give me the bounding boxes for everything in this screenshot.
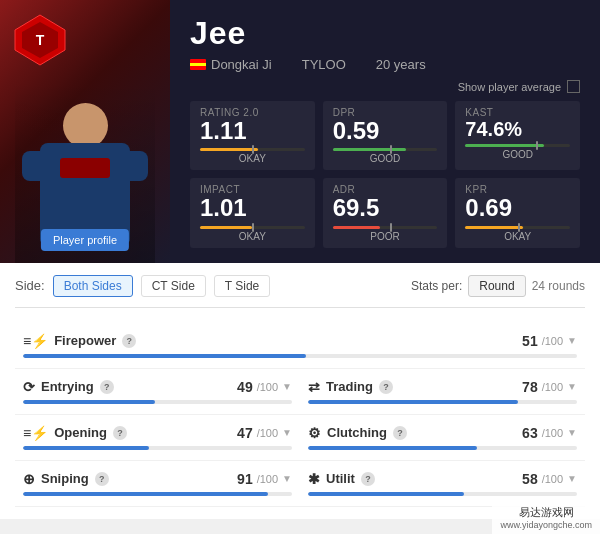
- trading-help-icon[interactable]: ?: [379, 380, 393, 394]
- clutching-bar: [308, 446, 577, 450]
- entrying-label: Entrying: [41, 379, 94, 394]
- stats-per: Stats per: Round 24 rounds: [411, 275, 585, 297]
- team-logo: T: [10, 10, 70, 70]
- stat-row-firepower: ≡⚡ Firepower ? 51 /100 ▼: [15, 323, 585, 369]
- sniping-score: 91: [237, 471, 253, 487]
- stat-dpr: DPR 0.59 GOOD: [323, 101, 448, 170]
- player-team: TYLOO: [302, 57, 346, 72]
- dpr-value: 0.59: [333, 118, 438, 144]
- stat-rating: RATING 2.0 1.11 OKAY: [190, 101, 315, 170]
- clutching-help-icon[interactable]: ?: [393, 426, 407, 440]
- player-age: 20 years: [376, 57, 426, 72]
- opening-bar: [23, 446, 292, 450]
- trading-score: 78: [522, 379, 538, 395]
- dpr-text: GOOD: [333, 153, 438, 164]
- show-average-label: Show player average: [458, 81, 561, 93]
- dpr-bar: [333, 148, 406, 151]
- impact-bar: [200, 226, 252, 229]
- clutching-score: 63: [522, 425, 538, 441]
- player-real-name: Dongkai Ji: [190, 57, 272, 72]
- kpr-text: OKAY: [465, 231, 570, 242]
- sniping-label: Sniping: [41, 471, 89, 486]
- show-average: Show player average: [190, 80, 580, 93]
- side-filters: Side: Both Sides CT Side T Side: [15, 275, 270, 297]
- entrying-bar: [23, 400, 292, 404]
- utility-icon: ✱: [308, 471, 320, 487]
- impact-text: OKAY: [200, 231, 305, 242]
- clutching-icon: ⚙: [308, 425, 321, 441]
- sniping-bar: [23, 492, 292, 496]
- filter-ct-side[interactable]: CT Side: [141, 275, 206, 297]
- trading-chevron[interactable]: ▼: [567, 381, 577, 392]
- firepower-help-icon[interactable]: ?: [122, 334, 136, 348]
- stat-row-sniping: ⊕ Sniping ? 91 /100 ▼: [15, 461, 300, 507]
- utility-label: Utilit: [326, 471, 355, 486]
- player-meta: Dongkai Ji TYLOO 20 years: [190, 57, 580, 72]
- utility-help-icon[interactable]: ?: [361, 472, 375, 486]
- sniping-help-icon[interactable]: ?: [95, 472, 109, 486]
- filter-both-sides[interactable]: Both Sides: [53, 275, 133, 297]
- stats-per-round-btn[interactable]: Round: [468, 275, 525, 297]
- firepower-icon: ≡⚡: [23, 333, 48, 349]
- player-card: T Player profile Jee Dongkai Ji TYLOO 20: [0, 0, 600, 263]
- clutching-chevron[interactable]: ▼: [567, 427, 577, 438]
- player-info: Jee Dongkai Ji TYLOO 20 years Show playe…: [170, 0, 600, 263]
- impact-value: 1.01: [200, 195, 305, 221]
- dpr-marker: [390, 145, 392, 154]
- sniping-chevron[interactable]: ▼: [282, 473, 292, 484]
- adr-text: POOR: [333, 231, 438, 242]
- stat-row-opening: ≡⚡ Opening ? 47 /100 ▼: [15, 415, 300, 461]
- adr-value: 69.5: [333, 195, 438, 221]
- opening-help-icon[interactable]: ?: [113, 426, 127, 440]
- stats-section: ≡⚡ Firepower ? 51 /100 ▼ ⟳ Entrying: [15, 323, 585, 507]
- player-profile-button[interactable]: Player profile: [41, 229, 129, 251]
- firepower-chevron[interactable]: ▼: [567, 335, 577, 346]
- player-image-area: T Player profile: [0, 0, 170, 263]
- opening-chevron[interactable]: ▼: [282, 427, 292, 438]
- firepower-score: 51: [522, 333, 538, 349]
- rating-bar: [200, 148, 258, 151]
- stats-grid: RATING 2.0 1.11 OKAY DPR 0.59 GOOD: [190, 101, 580, 248]
- sniping-icon: ⊕: [23, 471, 35, 487]
- entrying-score: 49: [237, 379, 253, 395]
- utility-bar: [308, 492, 577, 496]
- player-alias: Jee: [190, 15, 580, 52]
- utility-chevron[interactable]: ▼: [567, 473, 577, 484]
- stat-row-clutching: ⚙ Clutching ? 63 /100 ▼: [300, 415, 585, 461]
- firepower-bar: [23, 354, 577, 358]
- rounds-count: 24 rounds: [532, 279, 585, 293]
- svg-text:T: T: [36, 32, 45, 48]
- clutching-label: Clutching: [327, 425, 387, 440]
- player-flag: [190, 59, 206, 70]
- firepower-label: Firepower: [54, 333, 116, 348]
- stat-adr: ADR 69.5 POOR: [323, 178, 448, 247]
- entrying-help-icon[interactable]: ?: [100, 380, 114, 394]
- opening-score: 47: [237, 425, 253, 441]
- trading-label: Trading: [326, 379, 373, 394]
- watermark: 易达游戏网 www.yidayongche.com: [492, 501, 600, 519]
- kast-bar: [465, 144, 543, 147]
- filter-t-side[interactable]: T Side: [214, 275, 270, 297]
- adr-bar: [333, 226, 380, 229]
- show-average-checkbox[interactable]: [567, 80, 580, 93]
- rating-text: OKAY: [200, 153, 305, 164]
- entrying-chevron[interactable]: ▼: [282, 381, 292, 392]
- filter-bar: Side: Both Sides CT Side T Side Stats pe…: [15, 275, 585, 308]
- stat-row-trading: ⇄ Trading ? 78 /100 ▼: [300, 369, 585, 415]
- kast-value: 74.6%: [465, 118, 570, 140]
- rating-value: 1.11: [200, 118, 305, 144]
- entrying-icon: ⟳: [23, 379, 35, 395]
- side-label: Side:: [15, 278, 45, 293]
- kast-text: GOOD: [465, 149, 570, 160]
- kpr-marker: [518, 223, 520, 232]
- kpr-bar: [465, 226, 523, 229]
- stat-row-entrying: ⟳ Entrying ? 49 /100 ▼: [15, 369, 300, 415]
- trading-bar: [308, 400, 577, 404]
- kpr-value: 0.69: [465, 195, 570, 221]
- bottom-section: Side: Both Sides CT Side T Side Stats pe…: [0, 263, 600, 519]
- stat-impact: IMPACT 1.01 OKAY: [190, 178, 315, 247]
- stats-per-label: Stats per:: [411, 279, 462, 293]
- stat-kpr: KPR 0.69 OKAY: [455, 178, 580, 247]
- opening-icon: ≡⚡: [23, 425, 48, 441]
- stat-row-utility: ✱ Utilit ? 58 /100 ▼: [300, 461, 585, 507]
